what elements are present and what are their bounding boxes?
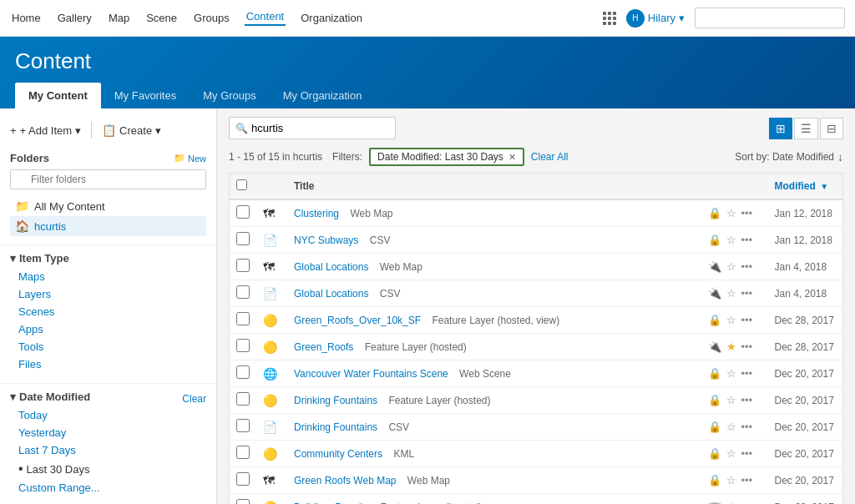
- lock-icon[interactable]: 🏢: [708, 501, 721, 504]
- star-icon[interactable]: ★: [726, 340, 736, 353]
- row-checkbox[interactable]: [236, 392, 250, 406]
- item-title-link[interactable]: Community Centers: [294, 448, 382, 460]
- item-title-link[interactable]: Global Locations: [294, 288, 368, 300]
- date-last30[interactable]: Last 30 Days: [10, 459, 206, 479]
- row-checkbox[interactable]: [236, 446, 250, 459]
- row-checkbox[interactable]: [236, 472, 250, 486]
- more-options-icon[interactable]: •••: [741, 287, 753, 300]
- item-title-link[interactable]: Drinking Fountains: [294, 395, 377, 406]
- lock-icon[interactable]: 🔒: [708, 207, 721, 219]
- star-icon[interactable]: ☆: [726, 287, 736, 300]
- nav-organization[interactable]: Organization: [299, 12, 364, 24]
- nav-content[interactable]: Content: [245, 10, 286, 26]
- more-options-icon[interactable]: •••: [741, 260, 753, 273]
- folder-filter-input[interactable]: [10, 169, 206, 189]
- item-type-maps[interactable]: Maps: [10, 268, 206, 285]
- row-checkbox[interactable]: [236, 339, 250, 352]
- clear-all-link[interactable]: Clear All: [531, 151, 569, 163]
- item-title-link[interactable]: Clustering: [294, 208, 339, 219]
- item-type-tools[interactable]: Tools: [10, 338, 206, 355]
- select-all-checkbox[interactable]: [236, 179, 247, 190]
- nav-map[interactable]: Map: [107, 12, 131, 24]
- more-options-icon[interactable]: •••: [741, 447, 753, 460]
- folder-hcurtis[interactable]: 🏠 hcurtis: [10, 216, 206, 236]
- new-folder-button[interactable]: 📁 New: [174, 153, 206, 164]
- date-last7[interactable]: Last 7 Days: [10, 441, 206, 459]
- item-title-link[interactable]: Global Locations: [294, 261, 368, 273]
- row-checkbox[interactable]: [236, 205, 250, 219]
- star-icon[interactable]: ☆: [726, 234, 736, 246]
- item-title-link[interactable]: Building_Permits: [294, 501, 369, 505]
- item-title-link[interactable]: Green Roofs Web Map: [294, 475, 397, 486]
- user-menu[interactable]: H Hilary ▾: [626, 9, 685, 28]
- item-title-link[interactable]: NYC Subways: [294, 234, 358, 246]
- lock-icon[interactable]: 🔒: [708, 474, 721, 486]
- row-checkbox[interactable]: [236, 285, 250, 299]
- date-modified-header[interactable]: ▾ Date Modified: [10, 391, 90, 403]
- col-header-modified[interactable]: Modified ▼: [768, 174, 843, 200]
- tab-my-content[interactable]: My Content: [15, 83, 101, 108]
- more-options-icon[interactable]: •••: [741, 421, 753, 433]
- row-checkbox[interactable]: [236, 232, 250, 245]
- item-title-link[interactable]: Vancouver Water Fountains Scene: [294, 368, 448, 380]
- create-button[interactable]: 📋 Create ▾: [102, 123, 161, 137]
- app-switcher-icon[interactable]: [603, 12, 616, 25]
- lock-icon[interactable]: 🔒: [708, 394, 721, 406]
- folder-all-my-content[interactable]: 📁 All My Content: [10, 196, 206, 216]
- filter-chip-close[interactable]: ✕: [508, 152, 516, 163]
- item-type-files[interactable]: Files: [10, 355, 206, 373]
- row-checkbox[interactable]: [236, 419, 250, 432]
- lock-icon[interactable]: 🔒: [708, 314, 721, 326]
- sort-direction-icon[interactable]: ↓: [837, 150, 843, 164]
- star-icon[interactable]: ☆: [726, 447, 736, 460]
- content-search-input[interactable]: [229, 117, 396, 139]
- more-options-icon[interactable]: •••: [741, 501, 753, 504]
- star-icon[interactable]: ☆: [726, 367, 736, 380]
- star-icon[interactable]: ☆: [726, 314, 736, 326]
- lock-icon[interactable]: 🔌: [708, 260, 721, 273]
- row-checkbox[interactable]: [236, 259, 250, 272]
- nav-scene[interactable]: Scene: [144, 12, 179, 24]
- item-title-link[interactable]: Drinking Fountains: [294, 421, 377, 433]
- row-checkbox[interactable]: [236, 312, 250, 325]
- lock-icon[interactable]: 🔒: [708, 234, 721, 246]
- tile-view-button[interactable]: ⊟: [820, 118, 843, 139]
- global-search-input[interactable]: [695, 8, 845, 28]
- nav-home[interactable]: Home: [10, 12, 43, 24]
- row-checkbox[interactable]: [236, 365, 250, 379]
- more-options-icon[interactable]: •••: [741, 367, 753, 380]
- lock-icon[interactable]: 🔌: [708, 287, 721, 300]
- tab-my-favorites[interactable]: My Favorites: [101, 83, 190, 108]
- date-custom[interactable]: Custom Range...: [10, 479, 206, 496]
- item-type-layers[interactable]: Layers: [10, 285, 206, 303]
- date-clear-link[interactable]: Clear: [182, 393, 206, 405]
- star-icon[interactable]: ☆: [726, 207, 736, 219]
- more-options-icon[interactable]: •••: [741, 314, 753, 326]
- nav-groups[interactable]: Groups: [192, 12, 231, 24]
- col-header-title[interactable]: Title: [287, 174, 701, 200]
- star-icon[interactable]: ☆: [726, 501, 736, 504]
- tab-my-organization[interactable]: My Organization: [270, 83, 376, 108]
- item-type-scenes[interactable]: Scenes: [10, 303, 206, 320]
- item-title-link[interactable]: Green_Roofs_Over_10k_SF: [294, 315, 421, 326]
- star-icon[interactable]: ☆: [726, 474, 736, 486]
- item-title-link[interactable]: Green_Roofs: [294, 341, 353, 353]
- lock-icon[interactable]: 🔒: [708, 447, 721, 460]
- star-icon[interactable]: ☆: [726, 260, 736, 273]
- star-icon[interactable]: ☆: [726, 394, 736, 406]
- tab-my-groups[interactable]: My Groups: [190, 83, 270, 108]
- more-options-icon[interactable]: •••: [741, 474, 753, 486]
- lock-icon[interactable]: 🔒: [708, 421, 721, 433]
- more-options-icon[interactable]: •••: [741, 207, 753, 219]
- lock-icon[interactable]: 🔒: [708, 367, 721, 380]
- more-options-icon[interactable]: •••: [741, 234, 753, 246]
- date-today[interactable]: Today: [10, 406, 206, 424]
- row-checkbox[interactable]: [236, 499, 250, 504]
- more-options-icon[interactable]: •••: [741, 340, 753, 353]
- date-yesterday[interactable]: Yesterday: [10, 424, 206, 441]
- more-options-icon[interactable]: •••: [741, 394, 753, 406]
- grid-view-button[interactable]: ⊞: [769, 118, 792, 139]
- lock-icon[interactable]: 🔌: [708, 340, 721, 353]
- list-view-button[interactable]: ☰: [794, 118, 818, 139]
- star-icon[interactable]: ☆: [726, 421, 736, 433]
